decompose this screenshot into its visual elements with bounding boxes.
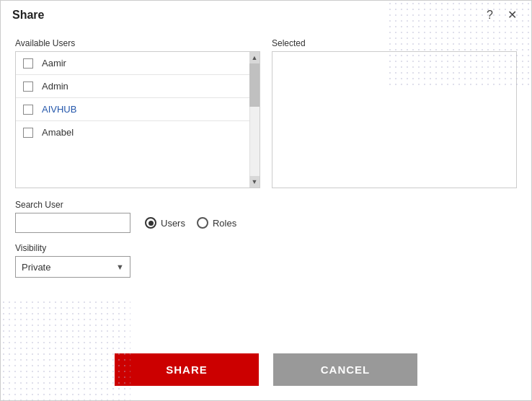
header-icons: ? ✕ [484,8,520,22]
selected-box [272,51,517,188]
radio-label-users: Users [161,218,185,229]
close-button[interactable]: ✕ [505,8,520,22]
help-button[interactable]: ? [484,8,496,22]
available-users-label: Available Users [15,38,260,48]
available-users-list[interactable]: Aamir Admin AIVHUB Amabel [15,51,260,188]
user-checkbox-aamir[interactable] [23,58,33,69]
user-name: Amabel [42,127,74,138]
scroll-up-arrow[interactable]: ▲ [249,52,260,63]
list-item[interactable]: AIVHUB [16,98,249,121]
selected-label: Selected [272,38,517,48]
radio-dot-users [148,221,154,226]
share-button[interactable]: SHARE [115,353,259,386]
radio-label-roles: Roles [213,218,236,229]
lists-row: Available Users Aamir Admin [15,38,517,188]
user-checkbox-admin[interactable] [23,81,33,92]
cancel-button[interactable]: CANCEL [273,353,417,386]
search-input[interactable] [15,213,130,233]
search-label: Search User [15,200,517,210]
list-item[interactable]: Aamir [16,52,249,75]
radio-circle-roles [197,217,208,229]
scroll-down-arrow[interactable]: ▼ [249,176,260,188]
user-name: AIVHUB [42,104,76,115]
selected-section: Selected [272,38,517,188]
visibility-value: Private [22,262,116,273]
user-list-inner: Aamir Admin AIVHUB Amabel [16,52,249,144]
dialog-content: Available Users Aamir Admin [1,28,531,307]
user-checkbox-amabel[interactable] [23,128,33,138]
available-users-section: Available Users Aamir Admin [15,38,260,188]
list-item[interactable]: Amabel [16,121,249,144]
scrollbar-track: ▲ ▼ [249,52,260,188]
search-section: Search User Users Roles [15,200,517,233]
radio-circle-users [145,217,156,229]
visibility-section: Visibility Private ▼ [15,243,517,278]
radio-group: Users Roles [145,217,236,229]
share-dialog: Share ? ✕ Available Users Aamir [0,0,532,401]
user-name: Aamir [42,58,66,69]
user-checkbox-aivhub[interactable] [23,105,33,115]
dialog-header: Share ? ✕ [1,1,531,28]
radio-roles[interactable]: Roles [197,217,236,229]
dialog-footer: SHARE CANCEL [1,339,531,400]
radio-users[interactable]: Users [145,217,185,229]
visibility-select[interactable]: Private ▼ [15,256,130,278]
search-row: Users Roles [15,213,517,233]
dropdown-arrow-icon: ▼ [116,263,124,271]
user-name: Admin [42,81,68,92]
scrollbar-thumb[interactable] [249,63,260,107]
dialog-title: Share [12,9,44,22]
visibility-label: Visibility [15,243,517,253]
list-item[interactable]: Admin [16,75,249,98]
